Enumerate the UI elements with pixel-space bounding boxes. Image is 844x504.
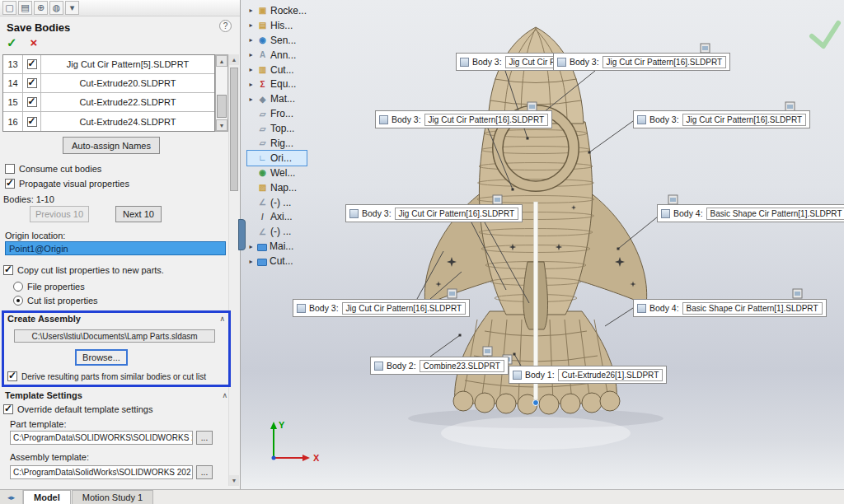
callout-part-name[interactable]: Basic Shape Cir Pattern[1].SLDPRT: [682, 302, 823, 315]
body-callout[interactable]: Body 3: Jig Cut Cir Patte: [456, 53, 554, 71]
tree-item-label[interactable]: Nap...: [270, 182, 297, 194]
callout-part-name[interactable]: Combine23.SLDPRT: [420, 360, 504, 372]
table-row[interactable]: 13 Jig Cut Cir Pattern[5].SLDPRT: [3, 55, 214, 74]
tree-item-label[interactable]: Ori...: [270, 152, 292, 164]
propagate-checkbox[interactable]: [5, 179, 15, 189]
tree-item-label[interactable]: (-) ...: [270, 226, 291, 237]
cut-list-properties-radio[interactable]: [13, 296, 23, 306]
panel-splitter-handle[interactable]: [238, 219, 246, 250]
override-checkbox[interactable]: [3, 404, 13, 414]
tree-item-label[interactable]: Axi...: [270, 211, 293, 222]
table-row[interactable]: 14 Cut-Extrude20.SLDPRT: [3, 74, 214, 93]
row-checkbox[interactable]: [27, 78, 37, 88]
assembly-path-field[interactable]: C:\Users\lstiu\Documents\Lamp Parts.slda…: [14, 329, 215, 343]
callout-part-name[interactable]: Jig Cut Cir Patte: [505, 56, 554, 68]
callout-part-name[interactable]: Jig Cut Cir Pattern[16].SLDPRT: [342, 302, 466, 315]
tree-item-front-plane[interactable]: Fro...: [247, 106, 307, 121]
tree-item-cutlist[interactable]: ▸Cut...: [247, 63, 307, 77]
treeview-icon[interactable]: [18, 1, 32, 15]
tree-item-label[interactable]: Cut...: [270, 64, 294, 76]
body-callout[interactable]: Body 3: Jig Cut Cir Pattern[16].SLDPRT: [633, 110, 810, 128]
callout-part-name[interactable]: Cut-Extrude26[1].SLDPRT: [558, 369, 663, 381]
row-checkbox[interactable]: [27, 97, 37, 107]
body-filename[interactable]: Cut-Extrude20.SLDPRT: [41, 74, 214, 92]
tree-item-origin[interactable]: Ori...: [247, 151, 307, 166]
tree-item-rocket[interactable]: ▸Rocke...: [247, 3, 307, 18]
origin-location-field[interactable]: Point1@Origin: [5, 241, 226, 255]
sphere-icon[interactable]: [49, 1, 63, 15]
file-properties-option[interactable]: File properties: [13, 282, 85, 292]
copy-cut-list-option[interactable]: Copy cut list properties to new parts.: [3, 265, 164, 275]
body-callout[interactable]: Body 2: Combine23.SLDPRT: [370, 357, 509, 375]
tree-item-label[interactable]: Cut...: [270, 255, 293, 267]
callout-part-name[interactable]: Basic Shape Cir Pattern[1].SLDPRT: [706, 208, 844, 220]
copy-cut-list-checkbox[interactable]: [3, 265, 13, 275]
body-callout[interactable]: Body 4: Basic Shape Cir Pattern[1].SLDPR…: [633, 299, 827, 317]
scroll-up-icon[interactable]: [216, 55, 227, 67]
callout-part-name[interactable]: Jig Cut Cir Pattern[16].SLDPRT: [682, 114, 806, 126]
tree-item-label[interactable]: Fro...: [270, 108, 293, 119]
tree-item-annotations[interactable]: ▸Ann...: [247, 48, 307, 63]
callout-part-name[interactable]: Jig Cut Cir Pattern[16].SLDPRT: [424, 114, 548, 126]
expand-arrow-icon[interactable]: ▸: [247, 243, 255, 250]
part-template-field[interactable]: C:\ProgramData\SOLIDWORKS\SOLIDWORKS 2: [10, 431, 193, 445]
auto-assign-names-button[interactable]: Auto-assign Names: [63, 137, 160, 154]
create-assembly-header[interactable]: Create Assembly: [4, 313, 228, 324]
tree-item-label[interactable]: Mat...: [270, 93, 295, 105]
assembly-template-browse-button[interactable]: ...: [196, 465, 213, 479]
body-filename[interactable]: Cut-Extrude24.SLDPRT: [41, 112, 214, 131]
consume-checkbox[interactable]: [5, 164, 15, 174]
body-callout[interactable]: Body 3: Jig Cut Cir Pattern[16].SLDPRT: [345, 204, 523, 222]
template-settings-header[interactable]: Template Settings: [2, 390, 231, 401]
next-10-button[interactable]: Next 10: [115, 206, 162, 222]
table-row[interactable]: 16 Cut-Extrude24.SLDPRT: [3, 112, 214, 131]
assembly-template-field[interactable]: C:\ProgramData\SolidWorks\SOLIDWORKS 202: [10, 465, 193, 479]
tree-item-right-plane[interactable]: Rig...: [247, 136, 307, 151]
tree-item-label[interactable]: (-) ...: [270, 197, 291, 208]
expand-arrow-icon[interactable]: ▸: [247, 7, 255, 14]
tree-item-weldment[interactable]: Wel...: [247, 166, 307, 180]
tree-item-material[interactable]: ▸Mat...: [247, 91, 307, 106]
tree-item-label[interactable]: Mai...: [270, 240, 293, 252]
expand-arrow-icon[interactable]: ▸: [247, 36, 255, 44]
expand-arrow-icon[interactable]: ▸: [247, 51, 255, 58]
consume-cut-bodies-option[interactable]: Consume cut bodies: [5, 164, 101, 174]
scroll-down-icon[interactable]: [216, 119, 227, 131]
scrollbar-thumb[interactable]: [230, 68, 238, 191]
body-callout[interactable]: Body 3: Jig Cut Cir Pattern[16].SLDPRT: [553, 53, 730, 71]
filter-icon[interactable]: [2, 1, 16, 15]
callout-part-name[interactable]: Jig Cut Cir Pattern[16].SLDPRT: [603, 56, 726, 68]
table-row[interactable]: 15 Cut-Extrude22.SLDPRT: [3, 93, 214, 112]
expand-arrow-icon[interactable]: ▸: [247, 258, 255, 265]
expand-arrow-icon[interactable]: ▸: [247, 81, 255, 88]
confirm-check-icon[interactable]: [812, 23, 838, 46]
tree-item-axis[interactable]: Axi...: [247, 209, 307, 224]
scroll-up-icon[interactable]: [229, 54, 239, 65]
collapse-chevron-icon[interactable]: [219, 315, 225, 323]
expand-arrow-icon[interactable]: ▸: [247, 66, 255, 73]
row-checkbox[interactable]: [27, 117, 37, 127]
body-callout[interactable]: Body 3: Jig Cut Cir Pattern[16].SLDPRT: [293, 299, 470, 317]
tree-item-top-plane[interactable]: Top...: [247, 121, 307, 136]
previous-10-button[interactable]: Previous 10: [30, 206, 89, 222]
scrollbar-thumb[interactable]: [217, 95, 227, 118]
viewport[interactable]: Y X Body 3: Jig Cut Cir Patte Body 3: Ji…: [241, 0, 844, 489]
tree-item-label[interactable]: Rig...: [270, 138, 293, 149]
browse-button[interactable]: Browse...: [75, 349, 128, 366]
tree-item-label[interactable]: His...: [270, 20, 293, 31]
tree-item-sensors[interactable]: ▸Sen...: [247, 33, 307, 48]
dropdown-icon[interactable]: [65, 1, 79, 15]
scroll-down-icon[interactable]: [229, 475, 239, 486]
derive-parts-option[interactable]: Derive resulting parts from similar bodi…: [7, 371, 206, 381]
callout-part-name[interactable]: Jig Cut Cir Pattern[16].SLDPRT: [395, 208, 518, 220]
tree-item-sketch1[interactable]: (-) ...: [247, 195, 307, 210]
tab-scroll-icon[interactable]: [0, 490, 23, 504]
tree-item-cut-folder[interactable]: ▸Cut...: [247, 254, 307, 268]
tree-item-label[interactable]: Rocke...: [270, 5, 307, 16]
body-filename[interactable]: Cut-Extrude22.SLDPRT: [41, 93, 214, 111]
body-callout[interactable]: Body 1: Cut-Extrude26[1].SLDPRT: [509, 366, 667, 384]
tree-item-label[interactable]: Ann...: [270, 49, 296, 61]
tree-item-equations[interactable]: ▸Equ...: [247, 77, 307, 91]
tree-item-label[interactable]: Wel...: [270, 167, 295, 179]
panel-scrollbar[interactable]: [228, 54, 239, 486]
